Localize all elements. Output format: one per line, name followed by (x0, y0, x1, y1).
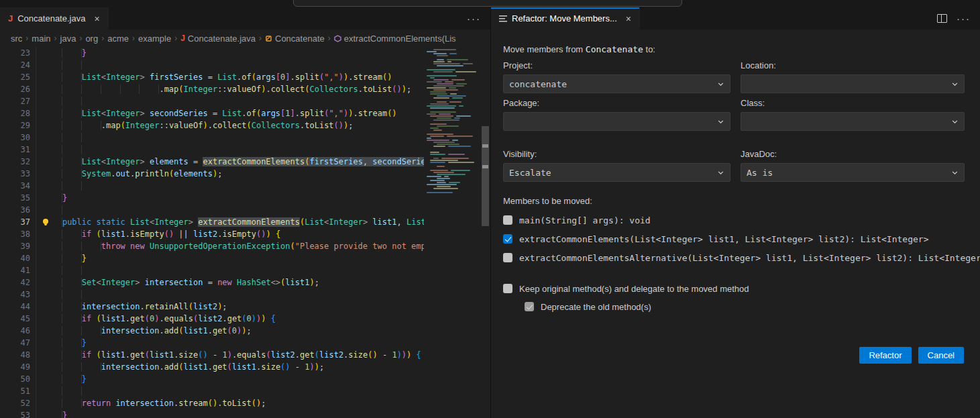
chevron-right-icon: › (328, 34, 331, 43)
line-number: 48 (0, 349, 30, 361)
code-line: 51 (0, 385, 424, 397)
option-row[interactable]: Keep original method(s) and delegate to … (503, 283, 964, 294)
line-number: 31 (0, 144, 30, 156)
line-number: 53 (0, 409, 30, 418)
field-label-class: Class: (741, 98, 965, 108)
code-line: 50 } (0, 373, 424, 385)
member-checkbox[interactable] (503, 215, 512, 225)
line-number: 44 (0, 301, 30, 313)
code-line: 53 } (0, 409, 424, 418)
close-icon[interactable]: × (626, 14, 631, 23)
breadcrumb-item[interactable]: extractCommonElements(Lis (334, 34, 456, 44)
overview-ruler-mark (482, 165, 488, 168)
member-label: main(String[] args): void (519, 215, 651, 225)
class-select[interactable] (741, 112, 965, 131)
code-line: 46 intersection.add(list1.get(0)); (0, 325, 424, 337)
line-number: 40 (0, 252, 30, 264)
tab-label: Concatenate.java (17, 13, 85, 23)
code-line: 38 if (list1.isEmpty() || list2.isEmpty(… (0, 228, 424, 240)
line-number: 25 (0, 71, 30, 83)
code-line: 42 Set<Integer> intersection = new HashS… (0, 276, 424, 289)
code-line: 52 return intersection.stream().toList()… (0, 397, 424, 409)
option-checkbox[interactable] (525, 302, 534, 311)
location-select[interactable] (741, 74, 965, 93)
right-tab-bar: Refactor: Move Members... × ··· (491, 7, 980, 30)
line-number: 51 (0, 385, 30, 397)
lightbulb-icon[interactable] (42, 218, 50, 226)
member-checkbox[interactable] (503, 253, 512, 262)
code-line: 43 (0, 289, 424, 301)
breadcrumb-item[interactable]: Concatenate (265, 34, 325, 44)
chevron-right-icon: › (54, 34, 57, 43)
vscode-window: J Concatenate.java × ··· src›main›java›o… (0, 0, 980, 418)
tab-refactor-move-members[interactable]: Refactor: Move Members... × (491, 7, 640, 30)
package-select[interactable] (503, 112, 730, 131)
code-line: 44 intersection.retainAll(list2); (0, 301, 424, 313)
member-label: extractCommonElementsAlternative(List<In… (519, 253, 980, 263)
scrollbar-thumb[interactable] (482, 126, 489, 226)
line-number: 29 (0, 119, 30, 132)
split-editor-icon[interactable] (937, 14, 947, 23)
code-editor[interactable]: 23 }24 25 List<Integer> firstSeries = Li… (0, 47, 490, 418)
class-symbol-icon (265, 35, 272, 42)
line-number: 24 (0, 59, 30, 71)
tab-concatenate-java[interactable]: J Concatenate.java × (0, 7, 109, 30)
line-number: 28 (0, 107, 30, 119)
java-file-icon: J (8, 14, 13, 23)
code-line: 29 .map(Integer::valueOf).collect(Collec… (0, 119, 424, 132)
line-number: 43 (0, 289, 30, 301)
code-line: 33 System.out.println(elements); (0, 168, 424, 180)
command-center[interactable] (293, 0, 682, 7)
member-row[interactable]: main(String[] args): void (503, 215, 964, 225)
close-icon[interactable]: × (94, 14, 99, 23)
breadcrumb-item[interactable]: main (32, 34, 50, 44)
breadcrumb-item[interactable]: example (138, 34, 171, 44)
members-label: Members to be moved: (503, 196, 964, 206)
line-number: 34 (0, 180, 30, 192)
option-label: Deprecate the old method(s) (541, 302, 651, 312)
line-number: 46 (0, 325, 30, 337)
option-row[interactable]: Deprecate the old method(s) (525, 301, 964, 312)
breadcrumb-item[interactable]: src (11, 34, 22, 44)
cancel-button[interactable]: Cancel (918, 347, 964, 364)
code-line: 39 throw new UnsupportedOperationExcepti… (0, 240, 424, 252)
line-number: 41 (0, 264, 30, 276)
line-number: 35 (0, 192, 30, 204)
minimap[interactable] (424, 47, 480, 418)
breadcrumb-item[interactable]: java (60, 34, 76, 44)
java-file-icon: J (180, 34, 185, 42)
breadcrumb-item[interactable]: JConcatenate.java (180, 34, 256, 44)
code-line: 36 (0, 204, 424, 216)
option-label: Keep original method(s) and delegate to … (519, 284, 749, 294)
vertical-scrollbar[interactable] (480, 47, 490, 418)
field-label-package: Package: (503, 98, 730, 108)
editor-group-left: J Concatenate.java × ··· src›main›java›o… (0, 7, 490, 418)
code-line: 27 (0, 95, 424, 107)
project-select[interactable]: concatenate (503, 74, 730, 93)
chevron-down-icon (717, 118, 724, 125)
refactor-button[interactable]: Refactor (859, 347, 911, 364)
line-number: 50 (0, 373, 30, 385)
member-row[interactable]: extractCommonElementsAlternative(List<In… (503, 252, 964, 263)
code-line: 49 intersection.add(list1.get(list1.size… (0, 361, 424, 373)
chevron-down-icon (951, 81, 959, 88)
visibility-select[interactable]: Escalate (503, 163, 730, 182)
more-actions-icon[interactable]: ··· (467, 13, 481, 23)
member-checkbox[interactable] (503, 234, 512, 244)
breadcrumb-item[interactable]: acme (107, 34, 129, 44)
line-number: 23 (0, 47, 30, 59)
member-row[interactable]: extractCommonElements(List<Integer> list… (503, 233, 964, 244)
refactor-form: Move members from Concatenate to: Projec… (491, 30, 980, 418)
line-number: 42 (0, 276, 30, 289)
line-number: 49 (0, 361, 30, 373)
javadoc-select[interactable]: As is (741, 163, 965, 182)
line-number: 36 (0, 204, 30, 216)
option-checkbox[interactable] (503, 284, 512, 293)
breadcrumb-item[interactable]: org (85, 34, 98, 44)
code-line: 40 } (0, 252, 424, 264)
line-number: 45 (0, 313, 30, 325)
code-area[interactable]: 23 }24 25 List<Integer> firstSeries = Li… (0, 47, 424, 418)
line-number: 38 (0, 228, 30, 240)
line-number: 30 (0, 132, 30, 144)
more-actions-icon[interactable]: ··· (957, 13, 971, 23)
